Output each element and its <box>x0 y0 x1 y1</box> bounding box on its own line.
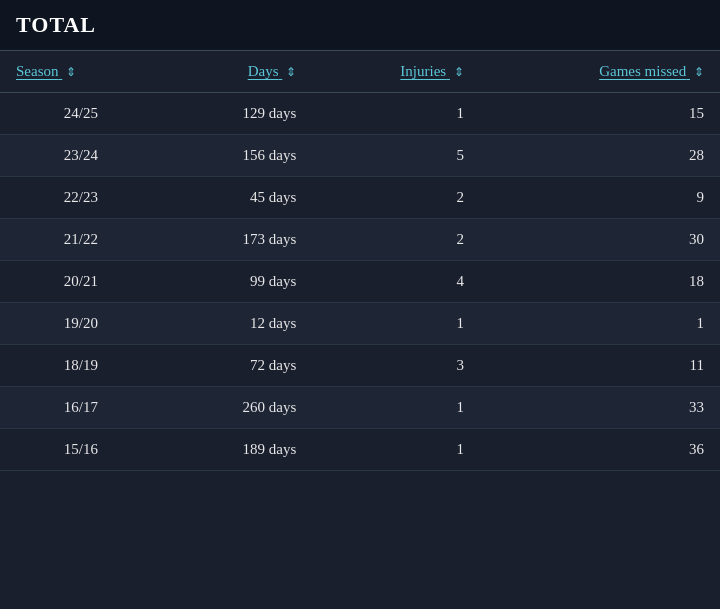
cell-injuries: 4 <box>312 261 480 303</box>
cell-games-missed: 1 <box>480 303 720 345</box>
cell-injuries: 1 <box>312 303 480 345</box>
col-header-injuries[interactable]: Injuries ⇕ <box>312 51 480 93</box>
stats-table-container: TOTAL Season ⇕ Days ⇕ Injuries ⇕ Games m… <box>0 0 720 471</box>
col-header-season[interactable]: Season ⇕ <box>0 51 162 93</box>
cell-days: 156 days <box>162 135 312 177</box>
cell-games-missed: 33 <box>480 387 720 429</box>
cell-days: 173 days <box>162 219 312 261</box>
cell-days: 12 days <box>162 303 312 345</box>
cell-injuries: 5 <box>312 135 480 177</box>
cell-season: 22/23 <box>0 177 162 219</box>
cell-games-missed: 11 <box>480 345 720 387</box>
cell-injuries: 3 <box>312 345 480 387</box>
cell-days: 45 days <box>162 177 312 219</box>
table-row: 22/2345 days29 <box>0 177 720 219</box>
cell-days: 189 days <box>162 429 312 471</box>
cell-season: 20/21 <box>0 261 162 303</box>
table-title: TOTAL <box>0 0 720 50</box>
cell-days: 260 days <box>162 387 312 429</box>
table-row: 18/1972 days311 <box>0 345 720 387</box>
cell-games-missed: 30 <box>480 219 720 261</box>
cell-season: 23/24 <box>0 135 162 177</box>
cell-games-missed: 9 <box>480 177 720 219</box>
cell-days: 129 days <box>162 93 312 135</box>
cell-games-missed: 15 <box>480 93 720 135</box>
cell-season: 19/20 <box>0 303 162 345</box>
sort-icon-injuries: ⇕ <box>454 65 464 80</box>
sort-icon-season: ⇕ <box>66 65 76 80</box>
col-header-days[interactable]: Days ⇕ <box>162 51 312 93</box>
sort-icon-games-missed: ⇕ <box>694 65 704 80</box>
cell-injuries: 1 <box>312 387 480 429</box>
table-row: 21/22173 days230 <box>0 219 720 261</box>
table-row: 23/24156 days528 <box>0 135 720 177</box>
cell-season: 21/22 <box>0 219 162 261</box>
cell-injuries: 2 <box>312 219 480 261</box>
table-row: 16/17260 days133 <box>0 387 720 429</box>
table-header-row: Season ⇕ Days ⇕ Injuries ⇕ Games missed … <box>0 51 720 93</box>
cell-days: 99 days <box>162 261 312 303</box>
table-row: 24/25129 days115 <box>0 93 720 135</box>
cell-days: 72 days <box>162 345 312 387</box>
table-row: 19/2012 days11 <box>0 303 720 345</box>
sort-icon-days: ⇕ <box>286 65 296 80</box>
cell-injuries: 1 <box>312 93 480 135</box>
cell-games-missed: 18 <box>480 261 720 303</box>
stats-table: Season ⇕ Days ⇕ Injuries ⇕ Games missed … <box>0 50 720 471</box>
cell-injuries: 1 <box>312 429 480 471</box>
cell-injuries: 2 <box>312 177 480 219</box>
cell-games-missed: 28 <box>480 135 720 177</box>
col-header-games-missed[interactable]: Games missed ⇕ <box>480 51 720 93</box>
cell-games-missed: 36 <box>480 429 720 471</box>
cell-season: 16/17 <box>0 387 162 429</box>
cell-season: 24/25 <box>0 93 162 135</box>
table-row: 20/2199 days418 <box>0 261 720 303</box>
cell-season: 15/16 <box>0 429 162 471</box>
table-body: 24/25129 days11523/24156 days52822/2345 … <box>0 93 720 471</box>
cell-season: 18/19 <box>0 345 162 387</box>
table-row: 15/16189 days136 <box>0 429 720 471</box>
